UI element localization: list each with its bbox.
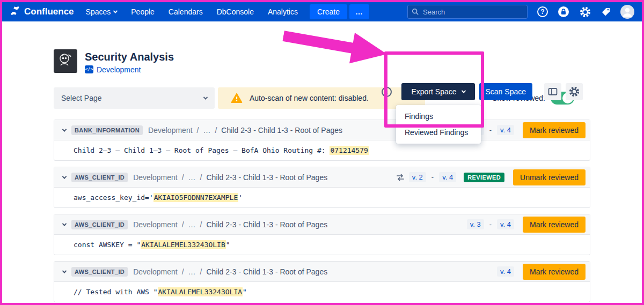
layout-panel-icon xyxy=(547,86,558,97)
breadcrumb: Development / … / Child 2-3 - Child 1-3 … xyxy=(133,173,327,182)
chevron-down-icon xyxy=(461,88,465,93)
scan-space-button[interactable]: Scan Space xyxy=(479,83,533,100)
avatar[interactable] xyxy=(620,5,634,19)
finding-code: aws_access_key_id='AKIAIO5FODNN7EXAMPLE' xyxy=(54,188,590,207)
create-button[interactable]: Create xyxy=(310,4,347,19)
version-separator: - xyxy=(489,126,492,134)
breadcrumb-ellipsis[interactable]: … xyxy=(188,267,196,276)
breadcrumb: Development / … / Child 2-3 - Child 1-3 … xyxy=(148,126,342,135)
breadcrumb-separator: / xyxy=(182,173,184,182)
breadcrumb: Development / … / Child 2-3 - Child 1-3 … xyxy=(133,267,327,276)
nav-item-calendars[interactable]: Calendars xyxy=(169,8,203,16)
nav-item-label: Calendars xyxy=(169,8,203,16)
breadcrumb-separator: / xyxy=(200,267,202,276)
version-link-to[interactable]: v. 4 xyxy=(497,125,514,135)
confluence-logo-icon xyxy=(10,5,20,19)
mark-reviewed-button[interactable]: Mark reviewed xyxy=(523,264,586,280)
warning-icon xyxy=(231,93,243,103)
top-navigation: Confluence Spaces People Calendars DbCon… xyxy=(2,2,642,21)
code-secret-highlight: AKIALALEMEL33243OLIA xyxy=(158,287,243,296)
breadcrumb-space-link[interactable]: Development xyxy=(133,220,178,229)
page-title: Security Analysis xyxy=(85,51,174,63)
unmark-reviewed-button[interactable]: Unmark reviewed xyxy=(513,169,586,185)
code-glyph: </> xyxy=(85,67,93,72)
breadcrumb-ellipsis[interactable]: … xyxy=(188,173,196,182)
finding-code: // Tested with AWS "AKIALALEMEL33243OLIA… xyxy=(54,282,590,302)
breadcrumb-ellipsis[interactable]: … xyxy=(188,220,196,229)
chevron-down-icon[interactable] xyxy=(62,127,67,131)
finding-header: AWS_CLIENT_ID Development / … / Child 2-… xyxy=(54,262,590,282)
chevron-down-icon[interactable] xyxy=(62,221,67,226)
breadcrumb-ellipsis[interactable]: … xyxy=(203,126,210,135)
info-icon[interactable]: i xyxy=(382,87,392,97)
finding-card: AWS_CLIENT_ID Development / … / Child 2-… xyxy=(54,261,590,302)
chevron-down-icon xyxy=(113,9,118,13)
code-secret-highlight: 071214579 xyxy=(330,146,368,155)
help-glyph: ? xyxy=(540,8,544,16)
gear-icon[interactable] xyxy=(579,6,591,18)
breadcrumb-page-link[interactable]: Child 2-3 - Child 1-3 - Root of Pages xyxy=(207,173,328,182)
nav-item-people[interactable]: People xyxy=(131,8,155,16)
breadcrumb-separator: / xyxy=(182,220,184,229)
finding-card: BANK_INFORMATION Development / … / Child… xyxy=(54,120,590,161)
nav-item-analytics[interactable]: Analytics xyxy=(268,8,298,16)
version-link-to[interactable]: v. 4 xyxy=(439,172,456,182)
nav-icon-cluster: ? xyxy=(537,5,634,19)
finding-card: AWS_CLIENT_ID Development / … / Child 2-… xyxy=(54,214,590,255)
findings-list: BANK_INFORMATION Development / … / Child… xyxy=(54,120,590,302)
version-link-to[interactable]: v. 4 xyxy=(497,266,514,277)
lock-icon[interactable] xyxy=(557,5,570,18)
confluence-logo[interactable]: Confluence xyxy=(10,5,74,19)
breadcrumb-separator: / xyxy=(200,173,202,182)
more-button[interactable]: … xyxy=(349,4,369,19)
menu-item-reviewed-findings[interactable]: Reviewed Findings xyxy=(396,124,481,140)
finding-type-badge: AWS_CLIENT_ID xyxy=(71,220,128,229)
breadcrumb-separator: / xyxy=(197,126,199,135)
info-glyph: i xyxy=(386,88,387,95)
finding-header: BANK_INFORMATION Development / … / Child… xyxy=(54,120,590,140)
mark-reviewed-button[interactable]: Mark reviewed xyxy=(523,217,586,233)
tag-icon[interactable] xyxy=(601,6,611,17)
breadcrumb-space-link[interactable]: Development xyxy=(133,267,178,276)
space-code-icon: </> xyxy=(85,65,93,73)
code-text: aws_access_key_id=' xyxy=(74,194,153,202)
main-content: Security Analysis </> Development i Expo… xyxy=(2,49,642,302)
export-dropdown-menu: Findings Reviewed Findings xyxy=(396,105,481,144)
breadcrumb-page-link[interactable]: Child 2-3 - Child 1-3 - Root of Pages xyxy=(207,267,328,276)
code-text: const AWSKEY = " xyxy=(74,241,141,249)
select-page-dropdown[interactable]: Select Page xyxy=(54,87,215,109)
code-text: ' xyxy=(238,194,243,202)
version-link-to[interactable]: v. 4 xyxy=(497,219,514,229)
mark-reviewed-button[interactable]: Mark reviewed xyxy=(523,122,586,138)
help-icon[interactable]: ? xyxy=(537,6,548,17)
nav-item-label: Analytics xyxy=(268,8,298,16)
breadcrumb-separator: / xyxy=(200,220,202,229)
search-input[interactable] xyxy=(407,5,528,19)
breadcrumb-page-link[interactable]: Child 2-3 - Child 1-3 - Root of Pages xyxy=(207,220,328,229)
chevron-down-icon[interactable] xyxy=(62,174,67,178)
brand-name: Confluence xyxy=(24,6,74,17)
export-space-button[interactable]: Export Space xyxy=(401,83,474,100)
breadcrumb-separator: / xyxy=(182,267,184,276)
code-text: Child 2–3 – Child 1–3 – Root of Pages – … xyxy=(74,146,330,154)
version-link-from[interactable]: v. 3 xyxy=(467,219,484,229)
code-secret-highlight: AKIAIO5FODNN7EXAMPLE xyxy=(153,193,239,202)
nav-item-dbconsole[interactable]: DbConsole xyxy=(217,8,254,16)
breadcrumb-space-link[interactable]: Development xyxy=(133,173,178,182)
breadcrumb-space-link[interactable]: Development xyxy=(148,126,193,135)
space-settings-button[interactable] xyxy=(566,83,583,100)
code-text: " xyxy=(226,241,230,249)
nav-item-spaces[interactable]: Spaces xyxy=(86,8,118,16)
page-header: Security Analysis </> Development xyxy=(54,49,590,76)
breadcrumb-page-link[interactable]: Child 2-3 - Child 1-3 - Root of Pages xyxy=(221,126,342,135)
chevron-down-icon[interactable] xyxy=(62,269,67,273)
nav-item-label: People xyxy=(131,8,155,16)
space-link[interactable]: Development xyxy=(97,65,141,74)
export-space-label: Export Space xyxy=(411,87,456,96)
finding-type-badge: AWS_CLIENT_ID xyxy=(71,267,128,277)
menu-item-findings[interactable]: Findings xyxy=(396,108,481,124)
sidebar-layout-button[interactable] xyxy=(544,83,561,100)
version-link-from[interactable]: v. 2 xyxy=(409,172,426,182)
nav-item-label: DbConsole xyxy=(217,8,254,16)
breadcrumb: Development / … / Child 2-3 - Child 1-3 … xyxy=(133,220,327,229)
